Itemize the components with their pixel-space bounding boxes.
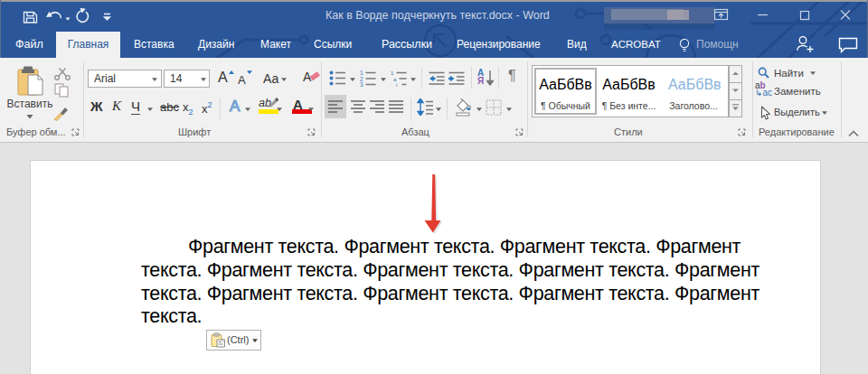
svg-text:i: i bbox=[396, 82, 397, 87]
svg-text:1: 1 bbox=[391, 70, 394, 76]
svg-text:3: 3 bbox=[360, 81, 363, 87]
svg-text:a: a bbox=[393, 77, 397, 82]
